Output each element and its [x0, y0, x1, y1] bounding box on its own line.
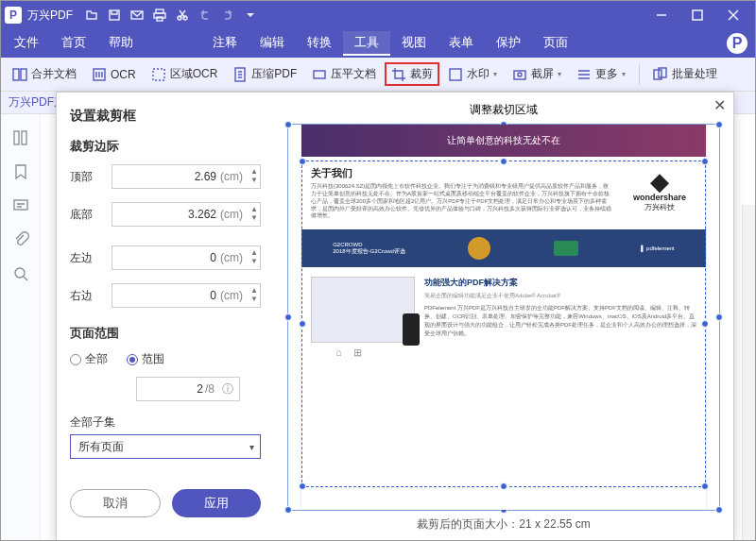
watermark-button[interactable]: 水印▾ [442, 63, 503, 85]
help-icon[interactable]: ⓘ [222, 381, 233, 397]
resize-handle[interactable] [715, 506, 723, 514]
print-icon[interactable] [148, 4, 171, 26]
menubar: 文件 首页 帮助 注释 编辑 转换 工具 视图 表单 保护 页面 P [1, 29, 755, 58]
svg-point-16 [518, 73, 522, 76]
attachments-icon[interactable] [12, 231, 29, 252]
menu-file[interactable]: 文件 [3, 31, 50, 56]
menu-view[interactable]: 视图 [390, 31, 438, 56]
crop-handle[interactable] [701, 320, 709, 328]
menu-tools[interactable]: 工具 [343, 31, 390, 56]
top-input[interactable]: 2.69(cm)▲▼ [112, 164, 261, 189]
top-label: 顶部 [70, 169, 104, 185]
bookmarks-icon[interactable] [12, 163, 29, 184]
right-label: 右边 [70, 288, 104, 304]
titlebar-more-icon[interactable] [239, 4, 262, 26]
crop-handle[interactable] [500, 158, 507, 165]
svg-rect-20 [22, 131, 26, 144]
resize-handle[interactable] [284, 121, 292, 128]
merge-button[interactable]: 合并文档 [7, 63, 82, 85]
resize-handle[interactable] [284, 313, 292, 321]
undo-icon[interactable] [194, 4, 216, 26]
svg-rect-11 [153, 69, 164, 80]
mail-icon[interactable] [126, 4, 148, 26]
left-input[interactable]: 0(cm)▲▼ [112, 245, 261, 270]
svg-rect-21 [14, 200, 27, 210]
radio-range[interactable]: 范围 [127, 351, 164, 367]
redo-icon[interactable] [216, 4, 239, 26]
ribbon-tools: 合并文档 OCR 区域OCR 压缩PDF 压平文档 裁剪 水印▾ 截屏▾ 更多▾… [1, 58, 755, 92]
svg-point-22 [15, 268, 25, 278]
cancel-button[interactable]: 取消 [70, 489, 161, 517]
spinner-icon[interactable]: ▲▼ [250, 167, 258, 184]
crop-handle[interactable] [299, 320, 306, 328]
resize-handle[interactable] [284, 506, 292, 514]
close-button[interactable] [715, 1, 751, 29]
svg-rect-14 [450, 69, 461, 80]
crop-handle[interactable] [500, 482, 507, 490]
result-size-label: 裁剪后的页面大小：21 x 22.55 cm [287, 511, 720, 534]
comments-icon[interactable] [12, 197, 29, 218]
page-range-input[interactable]: 2/8ⓘ [136, 377, 240, 401]
resize-handle[interactable] [715, 313, 723, 321]
flatten-button[interactable]: 压平文档 [306, 63, 382, 85]
svg-rect-9 [21, 69, 26, 80]
chevron-down-icon: ▾ [249, 442, 254, 452]
subset-select[interactable]: 所有页面▾ [70, 434, 261, 459]
menu-protect[interactable]: 保护 [485, 31, 532, 56]
area-ocr-button[interactable]: 区域OCR [146, 63, 224, 85]
menu-edit[interactable]: 编辑 [249, 31, 296, 56]
menu-help[interactable]: 帮助 [97, 31, 145, 56]
vertical-scrollbar[interactable] [742, 205, 755, 541]
maximize-button[interactable] [679, 1, 715, 29]
left-label: 左边 [70, 250, 104, 266]
left-rail [1, 114, 41, 541]
cut-icon[interactable] [171, 4, 194, 26]
screenshot-button[interactable]: 截屏▾ [507, 63, 567, 85]
menu-forms[interactable]: 表单 [438, 31, 485, 56]
open-icon[interactable] [80, 4, 103, 26]
dialog-title: 设置裁剪框 [70, 108, 261, 125]
ocr-button[interactable]: OCR [86, 64, 142, 85]
more-button[interactable]: 更多▾ [571, 63, 631, 85]
save-icon[interactable] [103, 4, 126, 26]
thumbnails-icon[interactable] [12, 129, 29, 150]
app-title: 万兴PDF [27, 8, 73, 24]
app-logo: P [5, 7, 22, 24]
crop-handle[interactable] [701, 158, 709, 165]
crop-handle[interactable] [299, 482, 306, 490]
svg-rect-4 [157, 17, 163, 21]
batch-button[interactable]: 批量处理 [647, 63, 723, 85]
search-icon[interactable] [12, 265, 29, 286]
page-preview[interactable]: 让简单创意的科技无处不在 关于我们 万兴科技(300624.SZ)是国内领先上市… [287, 124, 720, 511]
svg-rect-8 [13, 69, 19, 80]
menu-annotate[interactable]: 注释 [201, 31, 249, 56]
subset-label: 全部子集 [70, 414, 261, 431]
menu-home[interactable]: 首页 [50, 31, 97, 56]
crop-button[interactable]: 裁剪 [386, 63, 438, 85]
doc-tagline: 让简单创意的科技无处不在 [301, 125, 706, 157]
crop-handle[interactable] [299, 158, 306, 165]
brand-badge[interactable]: P [727, 33, 747, 54]
spinner-icon[interactable]: ▲▼ [250, 248, 258, 265]
menu-convert[interactable]: 转换 [296, 31, 343, 56]
svg-rect-7 [693, 10, 702, 20]
resize-handle[interactable] [715, 121, 723, 128]
crop-handle[interactable] [701, 482, 709, 490]
minimize-button[interactable] [644, 1, 679, 29]
svg-rect-13 [314, 71, 325, 78]
crop-rectangle[interactable] [301, 161, 706, 487]
svg-rect-19 [14, 131, 19, 144]
spinner-icon[interactable]: ▲▼ [250, 205, 258, 222]
compress-button[interactable]: 压缩PDF [227, 63, 302, 85]
spinner-icon[interactable]: ▲▼ [250, 286, 258, 303]
apply-button[interactable]: 应用 [172, 489, 261, 517]
crop-dialog: ✕ 设置裁剪框 裁剪边际 顶部 2.69(cm)▲▼ 底部 3.262(cm)▲… [56, 92, 734, 541]
bottom-label: 底部 [70, 207, 104, 223]
preview-title: 调整裁切区域 [287, 102, 720, 118]
range-heading: 页面范围 [70, 325, 261, 342]
right-input[interactable]: 0(cm)▲▼ [112, 283, 261, 308]
radio-all[interactable]: 全部 [70, 351, 108, 367]
menu-pages[interactable]: 页面 [532, 31, 579, 56]
bottom-input[interactable]: 3.262(cm)▲▼ [112, 202, 261, 227]
margins-heading: 裁剪边际 [70, 138, 261, 155]
